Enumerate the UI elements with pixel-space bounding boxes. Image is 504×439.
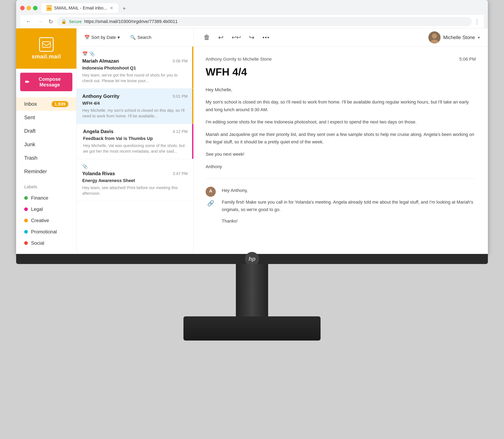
label-finance[interactable]: Finance (24, 192, 68, 204)
email-list: 📅 Sort by Date ▾ 🔍 Search 📅 📎 (77, 28, 194, 254)
draft-label: Draft (24, 128, 36, 134)
back-btn[interactable]: ← (24, 18, 33, 25)
window-minimize[interactable] (27, 6, 31, 10)
email-item-3[interactable]: Angela Davis 4:12 PM Feedback from Val i… (77, 124, 193, 159)
sidebar-item-sent[interactable]: Sent (16, 111, 77, 124)
body-para-1: My son's school is closed on this day, s… (206, 98, 476, 113)
secure-icon: 🔒 (61, 19, 66, 24)
sidebar-item-reminder[interactable]: Reminder (16, 165, 77, 178)
legal-label: Legal (31, 207, 43, 212)
reply-para-0: Hey Anthony, (222, 187, 476, 194)
active-tab[interactable]: SMAIL.MAIL - Email inbo... ✕ (41, 3, 118, 13)
email-preview: Hey Michelle, Val was questioning some o… (83, 143, 188, 154)
email-preview: Hey Michelle, my son's school is closed … (82, 108, 188, 119)
compose-label: Compose Message (32, 76, 67, 88)
reply-all-button[interactable]: ↩↩ (230, 32, 243, 43)
email-from-to: Anthony Gorrity to Michelle Stone (206, 57, 272, 62)
user-avatar (428, 31, 440, 44)
email-item-4[interactable]: 📎 Yolanda Rivas 3:47 PM Energy Awareness… (77, 159, 193, 201)
email-timestamp: 5:06 PM (459, 57, 476, 62)
calendar-icon: 📅 (82, 51, 88, 57)
email-time: 4:12 PM (173, 129, 188, 134)
reply-button[interactable]: ↩ (216, 32, 226, 43)
email-sender: Mariah Almazan (82, 58, 119, 64)
attachment-icon: 📎 (82, 164, 88, 169)
legal-dot (24, 207, 28, 211)
email-time: 3:47 PM (173, 171, 188, 176)
labels-section: Labels Finance Legal Creative (16, 180, 77, 251)
body-para-5: Anthony (206, 163, 476, 170)
priority-bar (192, 124, 193, 159)
nav-items: Inbox 1,939 Sent Draft Junk Trash (16, 95, 77, 180)
body-para-2: I'm editing some shots for the new Indon… (206, 118, 476, 126)
email-sender: Yolanda Rivas (82, 171, 115, 176)
finance-dot (24, 196, 28, 200)
svg-rect-1 (42, 42, 51, 47)
labels-title: Labels (24, 184, 68, 190)
email-body: Hey Michelle, My son's school is closed … (206, 86, 476, 170)
svg-text:A: A (209, 188, 212, 194)
monitor-stand-base (183, 316, 321, 341)
calendar-icon: 📅 (84, 35, 90, 40)
forward-button[interactable]: ↪ (247, 32, 257, 43)
email-meta: Anthony Gorrity to Michelle Stone 5:06 P… (206, 57, 476, 62)
forward-btn[interactable]: → (36, 18, 44, 25)
user-name: Michelle Stone (443, 35, 475, 40)
delete-button[interactable]: 🗑 (202, 32, 212, 43)
url-text: https://smail.mail/10300/nrgdrive/77389.… (84, 19, 178, 24)
sidebar-item-junk[interactable]: Junk (16, 138, 77, 151)
reply-para-1: Family first! Make sure you call in for … (222, 198, 476, 213)
email-time: 5:06 PM (173, 59, 188, 63)
tab-close-btn[interactable]: ✕ (110, 6, 113, 11)
svg-point-3 (432, 34, 437, 38)
reply-section: A 🔗 Hey Anthony, Family first! Make sure… (206, 178, 476, 229)
social-dot (24, 241, 28, 245)
junk-label: Junk (24, 141, 35, 148)
search-label: Search (137, 35, 151, 40)
sidebar-item-trash[interactable]: Trash (16, 151, 77, 165)
reply-para-2: Thanks! (222, 217, 476, 225)
email-item-1[interactable]: 📅 📎 Mariah Almazan 5:06 PM Indonesia Pho… (77, 47, 193, 89)
email-subject: Indonesia Photoshoot Q1 (82, 65, 188, 71)
email-sender: Anthony Gorrity (82, 93, 119, 99)
attachment-icon: 📎 (89, 51, 95, 57)
more-button[interactable]: ••• (260, 32, 271, 43)
label-social[interactable]: Social (24, 237, 68, 249)
reload-btn[interactable]: ↻ (47, 18, 55, 26)
logo-icon (39, 37, 54, 52)
new-tab-btn[interactable]: + (120, 4, 128, 13)
email-toolbar: 🗑 ↩ ↩↩ ↪ ••• (194, 28, 488, 47)
social-label: Social (31, 240, 44, 246)
creative-label: Creative (31, 218, 49, 223)
secure-label: Secure (69, 19, 82, 24)
compose-button[interactable]: ✏ Compose Message (20, 73, 72, 91)
email-time: 5:01 PM (173, 94, 188, 99)
user-profile[interactable]: Michelle Stone ▾ (428, 31, 480, 44)
reminder-label: Reminder (24, 168, 47, 175)
creative-dot (24, 219, 28, 222)
label-promotional[interactable]: Promotional (24, 226, 68, 237)
email-subject-title: WFH 4/4 (206, 66, 476, 78)
svg-rect-0 (47, 6, 52, 10)
monitor-stand-neck (236, 264, 268, 316)
logo-text: smail.mail (32, 53, 61, 60)
body-para-4: See you next week! (206, 150, 476, 158)
window-close[interactable] (20, 6, 25, 10)
sent-label: Sent (24, 114, 35, 121)
browser-menu-btn[interactable]: ⋮ (474, 18, 480, 25)
sort-by-date-button[interactable]: 📅 Sort by Date ▾ (81, 33, 123, 42)
sidebar-item-inbox[interactable]: Inbox 1,939 (16, 97, 77, 111)
chevron-down-icon: ▾ (117, 35, 120, 40)
email-sender: Angela Davis (83, 129, 114, 134)
label-creative[interactable]: Creative (24, 215, 68, 226)
label-legal[interactable]: Legal (24, 204, 68, 215)
address-bar[interactable]: 🔒 Secure https://smail.mail/10300/nrgdri… (57, 17, 472, 26)
tab-favicon (46, 5, 52, 11)
reply-avatar: A (206, 187, 216, 197)
email-subject: Energy Awareness Sheet (82, 178, 188, 183)
inbox-label: Inbox (24, 101, 37, 107)
window-maximize[interactable] (33, 6, 38, 10)
email-item-2[interactable]: Anthony Gorrity 5:01 PM WFH 4/4 Hey Mich… (77, 89, 193, 124)
sidebar-item-draft[interactable]: Draft (16, 124, 77, 138)
search-button[interactable]: 🔍 Search (127, 33, 155, 42)
